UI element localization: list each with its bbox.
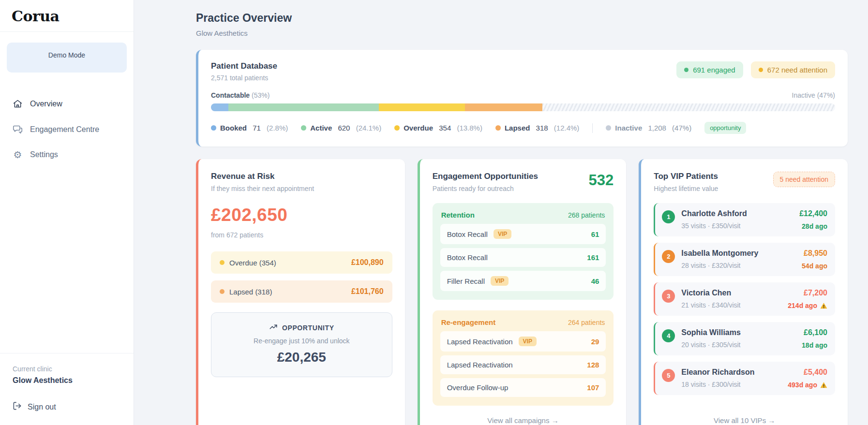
badge-dot-icon xyxy=(684,68,688,72)
need-attention-badge: 5 need attention xyxy=(773,172,835,187)
revenue-from: from 672 patients xyxy=(211,231,392,239)
opportunity-tag: opportunity xyxy=(704,122,746,134)
engagement-group-retention: Retention268 patientsBotox RecallVIP61Bo… xyxy=(433,203,614,300)
vip-patient-row[interactable]: 5Eleanor Richardson18 visits · £300/visi… xyxy=(654,362,835,395)
contactable-label: Contactable (53%) xyxy=(211,91,269,99)
vip-last-visit: 214d ago xyxy=(788,302,827,309)
sidebar-item-overview[interactable]: Overview xyxy=(0,93,134,115)
legend-percent: (24.1%) xyxy=(356,124,382,132)
patient-status-legend: Booked 71 (2.8%)Active 620 (24.1%)Overdu… xyxy=(211,122,835,134)
campaign-row[interactable]: Lapsed ReactivationVIP29 xyxy=(440,331,606,352)
sidebar-item-settings[interactable]: ⚙Settings xyxy=(0,144,134,165)
campaign-count: 46 xyxy=(591,277,599,285)
legend-percent: (13.8%) xyxy=(457,124,482,132)
revenue-row-label-group: Overdue (354) xyxy=(220,259,276,267)
engagement-group-re-engagement: Re-engagement264 patientsLapsed Reactiva… xyxy=(433,310,614,406)
legend-item-overdue: Overdue 354 (13.8%) xyxy=(394,124,482,132)
revenue-row-amount: £101,760 xyxy=(351,287,384,296)
view-all-campaigns-link[interactable]: View all campaigns → xyxy=(433,416,614,425)
legend-item-inactive: Inactive 1,208 (47%) xyxy=(606,124,691,132)
opportunity-subtext: Re-engage just 10% and unlock xyxy=(218,337,385,345)
revenue-title: Revenue at Risk xyxy=(211,172,392,181)
revenue-row-dot-icon xyxy=(220,260,224,265)
vip-patient-row[interactable]: 1Charlotte Ashford35 visits · £350/visit… xyxy=(654,203,835,236)
vip-lifetime-value: £8,950 xyxy=(802,249,827,258)
vip-patient-value: £5,400493d ago xyxy=(788,368,827,389)
patient-database-card: Patient Database 2,571 total patients 69… xyxy=(196,50,848,147)
current-clinic-label: Current clinic xyxy=(13,365,121,373)
vip-patient-info: Eleanor Richardson18 visits · £300/visit xyxy=(681,368,781,388)
sign-out-icon xyxy=(13,401,22,412)
bar-segment-booked xyxy=(211,103,228,111)
sign-out-button[interactable]: Sign out xyxy=(13,401,121,412)
group-patient-count: 268 patients xyxy=(568,211,605,219)
vip-rank-badge: 4 xyxy=(662,329,675,342)
vip-rank-badge: 3 xyxy=(662,290,675,303)
sidebar-item-engagement-centre[interactable]: Engagement Centre xyxy=(0,118,134,140)
demo-mode-badge: Demo Mode xyxy=(7,43,127,73)
campaign-row[interactable]: Lapsed Reactivation128 xyxy=(440,355,606,374)
page-title: Practice Overview xyxy=(196,12,848,25)
legend-dot-icon xyxy=(211,125,216,131)
campaign-row[interactable]: Botox RecallVIP61 xyxy=(440,224,606,244)
legend-dot-icon xyxy=(606,125,611,131)
vip-patient-info: Charlotte Ashford35 visits · £350/visit xyxy=(681,209,793,230)
vip-patient-row[interactable]: 4Sophia Williams20 visits · £305/visit£6… xyxy=(654,322,835,355)
vip-last-visit: 493d ago xyxy=(788,381,827,389)
vip-patient-info: Isabella Montgomery28 visits · £320/visi… xyxy=(681,249,795,269)
bar-segment-lapsed xyxy=(465,103,542,111)
opportunity-box: OPPORTUNITY Re-engage just 10% and unloc… xyxy=(211,312,392,377)
campaign-count: 29 xyxy=(591,337,599,346)
vip-list: 1Charlotte Ashford35 visits · £350/visit… xyxy=(654,203,835,395)
vip-lifetime-value: £12,400 xyxy=(799,209,827,218)
campaign-row[interactable]: Botox Recall161 xyxy=(440,248,606,267)
page-subtitle: Glow Aesthetics xyxy=(196,29,848,37)
vip-chip: VIP xyxy=(519,337,537,346)
vip-patient-row[interactable]: 3Victoria Chen21 visits · £340/visit£7,2… xyxy=(654,282,835,316)
vip-patient-row[interactable]: 2Isabella Montgomery28 visits · £320/vis… xyxy=(654,243,835,276)
engagement-subtitle: Patients ready for outreach xyxy=(433,185,538,192)
patient-database-subtitle: 2,571 total patients xyxy=(211,74,277,82)
status-badge: 672 need attention xyxy=(751,61,835,78)
legend-item-active: Active 620 (24.1%) xyxy=(301,124,381,132)
group-patient-count: 264 patients xyxy=(568,319,605,326)
sidebar-nav: OverviewEngagement Centre⚙Settings xyxy=(0,93,134,165)
legend-percent: (2.8%) xyxy=(267,124,288,132)
legend-label: Lapsed xyxy=(505,124,530,132)
sidebar-item-label: Engagement Centre xyxy=(30,125,99,134)
sidebar-spacer xyxy=(0,165,134,353)
view-all-vips-link[interactable]: View all 10 VIPs → xyxy=(654,408,835,425)
vip-last-visit: 54d ago xyxy=(802,262,827,270)
campaign-row[interactable]: Overdue Follow-up107 xyxy=(440,378,606,397)
legend-dot-icon xyxy=(301,125,306,131)
vip-lifetime-value: £6,100 xyxy=(802,328,827,337)
engagement-group-header: Re-engagement264 patients xyxy=(440,318,606,331)
chat-icon xyxy=(13,124,23,134)
opportunity-heading: OPPORTUNITY xyxy=(282,324,334,332)
badge-text: 691 engaged xyxy=(693,66,735,74)
engagement-opportunities-card: Engagement Opportunities Patients ready … xyxy=(418,159,627,425)
bar-segment-active xyxy=(228,103,379,111)
engagement-title: Engagement Opportunities xyxy=(433,172,538,181)
badge-text: 672 need attention xyxy=(767,66,827,74)
home-icon xyxy=(13,99,23,109)
sidebar-item-label: Overview xyxy=(30,100,62,108)
patient-database-badges: 691 engaged672 need attention xyxy=(676,61,835,78)
sidebar-footer: Current clinic Glow Aesthetics Sign out xyxy=(0,353,134,425)
vip-patient-info: Victoria Chen21 visits · £340/visit xyxy=(681,289,781,309)
legend-count: 354 xyxy=(437,124,453,132)
campaign-label: Botox Recall xyxy=(447,253,488,262)
revenue-row-dot-icon xyxy=(220,289,224,294)
sign-out-label: Sign out xyxy=(28,403,56,411)
vip-rank-badge: 2 xyxy=(662,250,675,263)
vip-lifetime-value: £7,200 xyxy=(788,289,827,297)
legend-count: 318 xyxy=(534,124,550,132)
engagement-group-header: Retention268 patients xyxy=(440,211,606,224)
campaign-count: 61 xyxy=(591,230,599,238)
revenue-rows: Overdue (354)£100,890Lapsed (318)£101,76… xyxy=(211,239,392,303)
vip-patient-info: Sophia Williams20 visits · £305/visit xyxy=(681,328,795,349)
campaign-row[interactable]: Filler RecallVIP46 xyxy=(440,271,606,291)
warning-icon xyxy=(820,302,827,309)
campaign-count: 107 xyxy=(587,383,599,392)
vip-patient-meta: 21 visits · £340/visit xyxy=(681,301,781,309)
